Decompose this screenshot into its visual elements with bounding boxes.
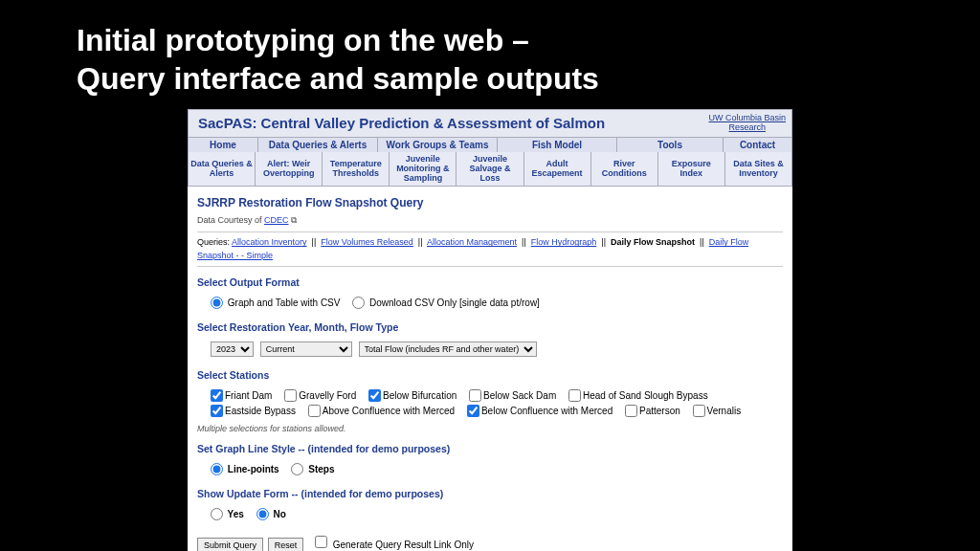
stations-row2: Eastside Bypass Above Confluence with Me… bbox=[197, 405, 783, 420]
nav-fish-model[interactable]: Fish Model bbox=[498, 138, 617, 152]
page-body: SJRRP Restoration Flow Snapshot Query Da… bbox=[188, 187, 792, 551]
header-bar: SacPAS: Central Valley Prediction & Asse… bbox=[188, 109, 792, 138]
q-allocation-mgmt[interactable]: Allocation Management bbox=[427, 237, 517, 247]
data-courtesy: Data Courtesy of CDEC ⧉ bbox=[197, 215, 783, 226]
subnav: Data Queries & Alerts Alert: Weir Overto… bbox=[188, 152, 792, 187]
select-flow-type[interactable]: Total Flow (includes RF and other water) bbox=[359, 342, 537, 357]
radio-show-yes[interactable]: Yes bbox=[211, 509, 244, 519]
section-output-format: Select Output Format bbox=[197, 276, 783, 288]
cb-gen-link[interactable]: Generate Query Result Link Only bbox=[311, 540, 474, 550]
subnav-river-conditions[interactable]: River Conditions bbox=[591, 152, 658, 187]
submit-button[interactable]: Submit Query bbox=[197, 538, 263, 551]
radio-line-points[interactable]: Line-points bbox=[211, 464, 279, 474]
cb-gravelly-ford[interactable]: Gravelly Ford bbox=[284, 390, 356, 401]
cb-friant-dam[interactable]: Friant Dam bbox=[211, 390, 272, 401]
cb-below-bifurcation[interactable]: Below Bifurcation bbox=[368, 390, 457, 401]
section-showform: Show Update Form -- (intended for demo p… bbox=[197, 488, 783, 499]
cb-patterson[interactable]: Patterson bbox=[625, 406, 680, 416]
radio-steps[interactable]: Steps bbox=[291, 464, 334, 474]
cb-below-sack-dam[interactable]: Below Sack Dam bbox=[469, 390, 556, 401]
nav-home[interactable]: Home bbox=[189, 138, 258, 152]
nav-contact[interactable]: Contact bbox=[724, 138, 791, 152]
subnav-exposure-index[interactable]: Exposure Index bbox=[658, 152, 725, 187]
nav-tools[interactable]: Tools bbox=[617, 138, 724, 152]
app-window: SacPAS: Central Valley Prediction & Asse… bbox=[188, 109, 792, 551]
stations-note: Multiple selections for stations allowed… bbox=[197, 424, 783, 433]
subnav-juvenile-salvage[interactable]: Juvenile Salvage & Loss bbox=[457, 152, 523, 187]
radio-graph-table[interactable]: Graph and Table with CSV bbox=[211, 298, 340, 308]
subnav-alert-weir[interactable]: Alert: Weir Overtopping bbox=[256, 152, 323, 187]
q-daily-snapshot-current: Daily Flow Snapshot bbox=[611, 237, 695, 247]
reset-button[interactable]: Reset bbox=[268, 538, 304, 551]
q-allocation-inventory[interactable]: Allocation Inventory bbox=[232, 237, 307, 247]
topnav: Home Data Queries & Alerts Work Groups &… bbox=[188, 138, 792, 152]
header-link[interactable]: UW Columbia BasinResearch bbox=[708, 114, 786, 133]
section-linestyle: Set Graph Line Style -- (intended for de… bbox=[197, 443, 783, 454]
cb-above-merced[interactable]: Above Confluence with Merced bbox=[308, 406, 455, 416]
external-link-icon: ⧉ bbox=[291, 215, 297, 225]
header-title: SacPAS: Central Valley Prediction & Asse… bbox=[194, 115, 708, 131]
section-stations: Select Stations bbox=[197, 369, 783, 381]
subnav-data-sites[interactable]: Data Sites & Inventory bbox=[725, 152, 791, 187]
slide-title: Initial prototyping on the web – Query i… bbox=[0, 0, 980, 109]
nav-data-queries[interactable]: Data Queries & Alerts bbox=[258, 138, 378, 152]
cb-sand-slough[interactable]: Head of Sand Slough Bypass bbox=[568, 390, 708, 401]
radio-show-no[interactable]: No bbox=[256, 509, 286, 519]
cdec-link[interactable]: CDEC bbox=[264, 215, 289, 225]
subnav-juvenile-monitoring[interactable]: Juvenile Monitoring & Sampling bbox=[390, 152, 457, 187]
subnav-adult-escapement[interactable]: Adult Escapement bbox=[524, 152, 591, 187]
radio-csv-only[interactable]: Download CSV Only [single data pt/row] bbox=[352, 298, 540, 308]
cb-below-merced[interactable]: Below Confluence with Merced bbox=[467, 406, 612, 416]
select-month[interactable]: Current bbox=[260, 342, 352, 357]
q-flow-volumes[interactable]: Flow Volumes Released bbox=[321, 237, 413, 247]
query-links-bar: Queries: Allocation Inventory || Flow Vo… bbox=[197, 231, 783, 267]
nav-work-groups[interactable]: Work Groups & Teams bbox=[378, 138, 498, 152]
page-title: SJRRP Restoration Flow Snapshot Query bbox=[197, 196, 783, 209]
subnav-temperature[interactable]: Temperature Thresholds bbox=[323, 152, 390, 187]
cb-eastside-bypass[interactable]: Eastside Bypass bbox=[211, 406, 296, 416]
button-row: Submit Query Reset Generate Query Result… bbox=[197, 531, 783, 551]
stations-row1: Friant Dam Gravelly Ford Below Bifurcati… bbox=[197, 386, 783, 405]
select-year[interactable]: 2023 bbox=[211, 342, 254, 357]
q-flow-hydrograph[interactable]: Flow Hydrograph bbox=[531, 237, 597, 247]
cb-vernalis[interactable]: Vernalis bbox=[693, 406, 742, 416]
section-year: Select Restoration Year, Month, Flow Typ… bbox=[197, 321, 783, 333]
subnav-data-queries[interactable]: Data Queries & Alerts bbox=[189, 152, 256, 187]
